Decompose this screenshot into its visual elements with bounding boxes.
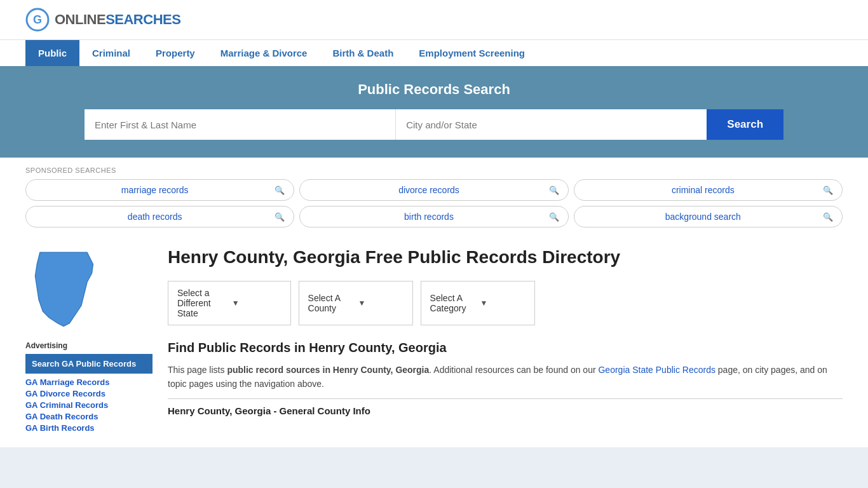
logo-online: ONLINE [55,11,105,27]
nav-birth-death[interactable]: Birth & Death [320,40,406,66]
content-body: Advertising Search GA Public Records GA … [0,234,868,447]
pill-label: background search [583,212,823,222]
nav-employment[interactable]: Employment Screening [406,40,538,66]
sidebar-link-criminal[interactable]: GA Criminal Records [25,400,153,410]
county-info-bar: Henry County, Georgia - General County I… [168,398,843,416]
sponsored-pills: marriage records 🔍 divorce records 🔍 cri… [25,179,843,227]
nav-property[interactable]: Property [143,40,208,66]
search-button[interactable]: Search [707,109,783,140]
location-input[interactable] [396,109,707,140]
sponsored-section: SPONSORED SEARCHES marriage records 🔍 di… [0,158,868,234]
find-desc-text2: . Additional resources can be found on o… [429,365,598,375]
logo-icon: G [25,8,50,32]
chevron-down-icon: ▼ [232,299,281,308]
sidebar-link-marriage[interactable]: GA Marriage Records [25,377,153,387]
search-icon: 🔍 [275,186,285,195]
logo: G ONLINESEARCHES [25,8,180,32]
search-bar: Search [85,109,783,140]
county-info-heading: Henry County, Georgia - General County I… [168,405,843,416]
find-description: This page lists public record sources in… [168,363,843,391]
search-icon: 🔍 [275,212,285,222]
search-icon: 🔍 [823,212,833,222]
main-content: Henry County, Georgia Free Public Record… [168,247,843,435]
county-dropdown-label: Select A County [308,293,353,313]
advertising-label: Advertising [25,341,153,350]
svg-marker-2 [35,252,93,326]
find-desc-bold: public record sources in Henry County, G… [227,365,429,375]
pill-death-records[interactable]: death records 🔍 [25,206,294,227]
pill-label: marriage records [35,185,275,195]
county-dropdown[interactable]: Select A County ▼ [299,281,413,325]
chevron-down-icon: ▼ [480,299,526,308]
search-icon: 🔍 [549,212,559,222]
pill-background-search[interactable]: background search 🔍 [574,206,843,227]
svg-text:G: G [33,13,42,26]
page-title: Henry County, Georgia Free Public Record… [168,247,843,268]
category-dropdown[interactable]: Select A Category ▼ [421,281,535,325]
hero-title: Public Records Search [25,81,843,98]
pill-marriage-records[interactable]: marriage records 🔍 [25,179,294,201]
main-nav: Public Criminal Property Marriage & Divo… [0,39,868,66]
dropdowns-row: Select a Different State ▼ Select A Coun… [168,281,843,325]
nav-marriage-divorce[interactable]: Marriage & Divorce [208,40,320,66]
state-dropdown[interactable]: Select a Different State ▼ [168,281,291,325]
pill-label: criminal records [583,185,823,195]
pill-birth-records[interactable]: birth records 🔍 [299,206,568,227]
logo-searches: SEARCHES [105,11,180,27]
category-dropdown-label: Select A Category [430,293,475,313]
sponsored-label: SPONSORED SEARCHES [25,166,843,174]
header: G ONLINESEARCHES [0,0,868,39]
pill-criminal-records[interactable]: criminal records 🔍 [574,179,843,201]
chevron-down-icon: ▼ [358,299,403,308]
state-map [25,247,153,331]
main-wrapper: SPONSORED SEARCHES marriage records 🔍 di… [0,158,868,447]
name-input[interactable] [85,109,396,140]
pill-label: death records [35,212,275,222]
logo-text: ONLINESEARCHES [55,11,180,28]
find-desc-text1: This page lists [168,365,227,375]
hero-section: Public Records Search Search [0,66,868,158]
pill-label: birth records [309,212,548,222]
sidebar-link-divorce[interactable]: GA Divorce Records [25,389,153,398]
state-dropdown-label: Select a Different State [177,288,227,318]
search-icon: 🔍 [549,186,559,195]
featured-ad-link[interactable]: Search GA Public Records [25,354,153,374]
georgia-state-link[interactable]: Georgia State Public Records [598,365,715,375]
search-icon: 🔍 [823,186,833,195]
sidebar-links: GA Marriage Records GA Divorce Records G… [25,377,153,433]
georgia-map-icon [25,247,102,329]
nav-public[interactable]: Public [25,40,79,66]
sidebar-link-death[interactable]: GA Death Records [25,412,153,421]
sidebar: Advertising Search GA Public Records GA … [25,247,153,435]
pill-label: divorce records [309,185,548,195]
find-title: Find Public Records in Henry County, Geo… [168,341,843,355]
pill-divorce-records[interactable]: divorce records 🔍 [299,179,568,201]
sidebar-link-birth[interactable]: GA Birth Records [25,423,153,433]
nav-criminal[interactable]: Criminal [79,40,143,66]
